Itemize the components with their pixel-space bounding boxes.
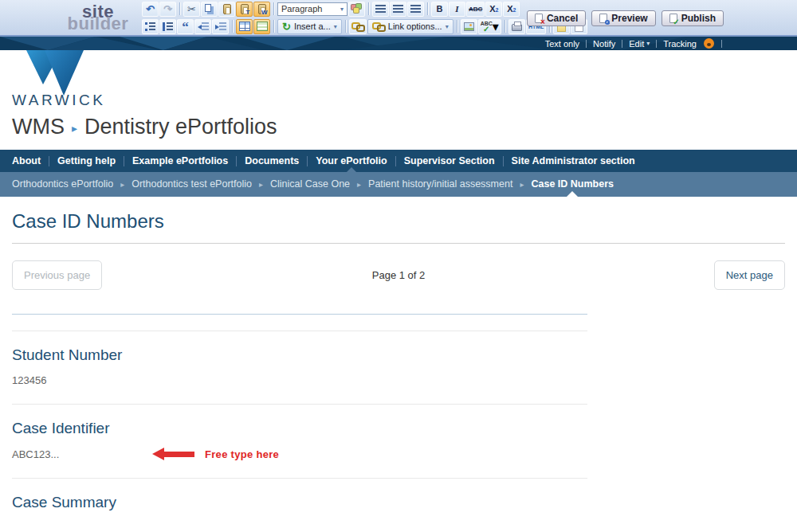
green-check-icon: ✓ [673,18,679,25]
toolbar-separator [273,20,274,33]
chevron-down-icon: ▾ [646,40,650,47]
site-title-prefix[interactable]: WMS [12,115,65,139]
text-only-link[interactable]: Text only [545,39,579,49]
indent-button[interactable] [212,19,229,34]
blockquote-button[interactable]: “ [177,19,194,34]
case-identifier-value[interactable]: ABC123... [12,448,152,460]
tracking-link[interactable]: Tracking [663,39,697,49]
redo-button[interactable]: ↷ [159,2,176,17]
toolbar-spacer [0,0,59,35]
insert-arrow-icon: ↻ [282,22,291,32]
nav-item-about[interactable]: About [12,150,41,172]
utility-divider [622,40,622,48]
colors-button[interactable] [348,2,365,17]
paste-from-word-button[interactable] [253,2,270,17]
breadcrumb-case-id-numbers[interactable]: Case ID Numbers [531,172,614,197]
insert-table-button[interactable] [236,19,253,34]
toolbar-separator [232,20,233,33]
strikethrough-button[interactable]: ABC [466,2,485,17]
paste-as-text-icon [241,4,249,14]
cancel-button[interactable]: × Cancel [527,10,586,26]
align-center-button[interactable] [390,2,406,17]
indent-icon [215,22,226,31]
magnifier-icon [605,20,610,25]
nav-item-documents[interactable]: Documents [245,150,299,172]
italic-icon: I [455,4,458,14]
undo-button[interactable]: ↶ [142,2,159,17]
nav-item-example-eportfolios[interactable]: Example ePortfolios [132,150,228,172]
toolbar-row-2: “ ↻ Insert a... ▾ Link options... ▾ [142,18,587,34]
print-button[interactable] [508,19,525,34]
main-navigation: About Getting help Example ePortfolios D… [0,150,797,172]
paste-button[interactable] [218,2,235,17]
preview-button[interactable]: Preview [591,10,655,26]
page-title: Case ID Numbers [12,197,785,244]
divider [12,331,587,331]
bold-button[interactable]: B [431,2,448,17]
next-page-button[interactable]: Next page [714,260,785,290]
breadcrumb-orthodontics-test-eportfolio[interactable]: Orthodontics test ePortfolio [132,172,252,197]
paste-from-word-icon [258,4,266,14]
nav-item-site-administrator-section[interactable]: Site Administrator section [512,150,635,172]
previous-page-button[interactable]: Previous page [12,260,102,290]
section-heading: Case Identifier [12,420,587,437]
chevron-down-icon: ▾ [493,19,499,34]
breadcrumb-clinical-case-one[interactable]: Clinical Case One [270,172,350,197]
preview-label: Preview [611,13,647,24]
notify-link[interactable]: Notify [593,39,615,49]
align-left-button[interactable] [372,2,389,17]
editor-toolbar: site builder ↶ ↷ ✂ Paragraph ▾ [0,0,797,37]
publish-label: Publish [681,13,716,24]
breadcrumb-separator-icon: ▸ [259,180,263,189]
insert-link-button[interactable] [349,19,367,34]
toolbar-separator [273,2,274,15]
bullet-list-button[interactable] [142,19,159,34]
toolbar-separator [179,2,180,15]
italic-button[interactable]: I [449,2,465,17]
superscript-button[interactable]: X2 [503,2,520,17]
outdent-icon [198,22,209,31]
section-heading: Case Summary [12,494,587,511]
subscript-button[interactable]: X2 [485,2,502,17]
outdent-button[interactable] [194,19,211,34]
toolbar-button-area: ↶ ↷ ✂ Paragraph ▾ B I ABC [142,1,587,34]
spellcheck-icon: ABC ✓ [481,21,493,33]
blockquote-icon: “ [182,22,189,31]
spellcheck-button[interactable]: ABC ✓ ▾ [478,19,501,34]
toolbar-separator [345,20,346,33]
breadcrumb-orthodontics-eportfolio[interactable]: Orthodontics ePortfolio [12,172,113,197]
breadcrumb-patient-history[interactable]: Patient history/initial assessment [368,172,512,197]
nav-item-supervisor-section[interactable]: Supervisor Section [404,150,495,172]
divider [12,314,587,315]
edit-menu[interactable]: Edit ▾ [629,39,650,49]
nav-item-your-eportfolio[interactable]: Your ePortfolio [316,150,387,172]
breadcrumb-separator-icon: ▸ [357,180,361,189]
cancel-doc-icon: × [535,14,543,23]
nav-divider [49,156,49,166]
link-icon [372,22,385,31]
nav-item-getting-help[interactable]: Getting help [57,150,116,172]
site-title-name[interactable]: Dentistry ePortfolios [84,115,277,139]
student-number-value[interactable]: 123456 [12,374,587,386]
table-properties-button[interactable] [253,19,270,34]
numbered-list-button[interactable] [159,19,176,34]
page-content: Case ID Numbers Previous page Page 1 of … [0,197,797,511]
section-heading: Student Number [12,346,587,364]
insert-image-button[interactable] [461,19,477,34]
strikethrough-icon: ABC [469,6,482,13]
toolbar-separator [505,20,505,33]
nav-divider [236,156,237,166]
section-case-identifier: Case Identifier ABC123... Free type here [12,420,587,479]
align-left-icon [375,5,386,14]
cancel-label: Cancel [547,13,578,24]
paw-icon[interactable] [704,38,714,49]
cut-button[interactable]: ✂ [183,2,200,17]
link-options-dropdown[interactable]: Link options... ▾ [367,19,453,34]
align-right-button[interactable] [407,2,424,17]
copy-button[interactable] [201,2,218,17]
paragraph-style-select[interactable]: Paragraph ▾ [277,2,347,16]
numbered-list-icon [163,22,173,31]
publish-button[interactable]: ✓ Publish [662,10,724,26]
paste-as-text-button[interactable] [236,2,253,17]
insert-dropdown[interactable]: ↻ Insert a... ▾ [277,19,342,34]
